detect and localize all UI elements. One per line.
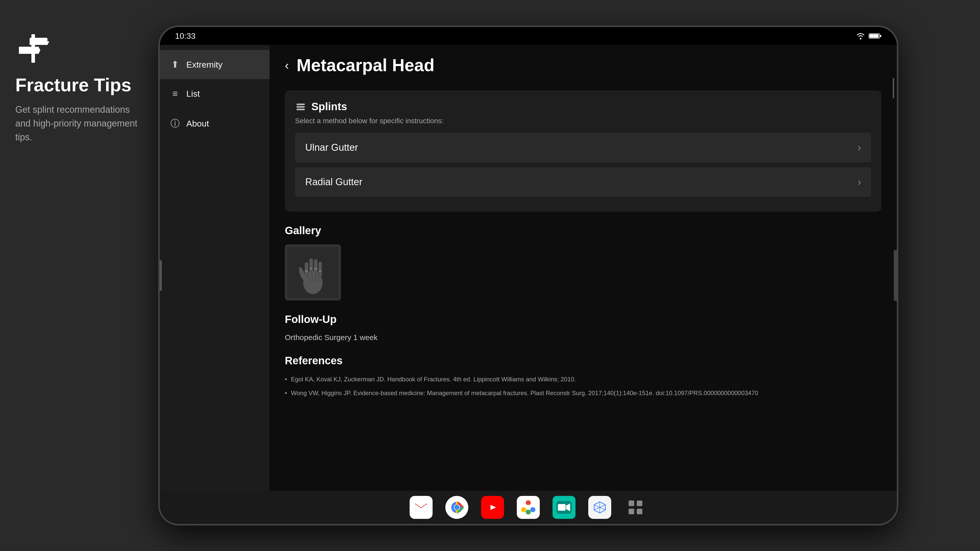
app-description: Get splint recommendations and high-prio… xyxy=(15,103,143,144)
svg-rect-17 xyxy=(318,262,322,276)
wifi-icon xyxy=(856,32,865,40)
sidebar-label-extremity: Extremity xyxy=(186,60,223,70)
sidebar-label-about: About xyxy=(186,119,209,129)
main-content: ‹ Metacarpal Head Splints xyxy=(269,45,897,491)
scroll-indicator xyxy=(893,78,894,98)
sidebar: ⬆ Extremity ≡ List ⓘ About xyxy=(160,45,269,491)
svg-rect-7 xyxy=(870,34,879,38)
splints-subtitle: Select a method below for specific instr… xyxy=(295,117,871,125)
svg-marker-2 xyxy=(30,41,49,45)
svg-point-21 xyxy=(314,268,317,270)
svg-point-36 xyxy=(526,510,531,514)
chevron-right-icon: › xyxy=(858,142,861,153)
gmail-app-icon[interactable] xyxy=(410,496,433,519)
branding-panel: Fracture Tips Get splint recommendations… xyxy=(0,0,158,165)
radial-gutter-label: Radial Gutter xyxy=(305,176,363,187)
svg-marker-4 xyxy=(19,47,40,54)
svg-line-25 xyxy=(315,270,316,283)
content-body: Splints Select a method below for specif… xyxy=(269,85,897,424)
ulnar-gutter-label: Ulnar Gutter xyxy=(305,142,358,153)
reference-item-1: Egol KA, Koval KJ, Zuckerman JD. Handboo… xyxy=(285,375,881,384)
back-button[interactable]: ‹ xyxy=(285,58,289,72)
gallery-section: Gallery xyxy=(285,224,881,300)
list-icon: ≡ xyxy=(170,88,180,99)
info-icon: ⓘ xyxy=(170,118,180,130)
meet-app-icon[interactable] xyxy=(552,496,576,519)
references-title: References xyxy=(285,354,881,367)
app-logo-icon xyxy=(15,30,51,66)
youtube-app-icon[interactable] xyxy=(481,496,504,519)
svg-rect-11 xyxy=(297,109,305,110)
svg-point-37 xyxy=(521,507,526,512)
status-time: 10:33 xyxy=(175,32,196,41)
more-apps-icon[interactable] xyxy=(624,496,647,519)
svg-point-19 xyxy=(305,270,308,272)
references-section: References Egol KA, Koval KJ, Zuckerman … xyxy=(285,354,881,398)
hand-xray-image xyxy=(287,247,339,298)
svg-rect-49 xyxy=(637,500,642,506)
sidebar-item-about[interactable]: ⓘ About xyxy=(160,108,269,139)
splints-title: Splints xyxy=(311,100,347,113)
svg-rect-10 xyxy=(297,106,305,108)
photos-app-icon[interactable] xyxy=(517,496,540,519)
sidebar-label-list: List xyxy=(186,89,200,99)
followup-title: Follow-Up xyxy=(285,313,881,326)
gallery-image[interactable] xyxy=(285,245,341,300)
splint-icon xyxy=(295,101,306,112)
svg-rect-50 xyxy=(628,509,634,514)
sidebar-item-list[interactable]: ≡ List xyxy=(160,79,269,108)
sidebar-item-extremity[interactable]: ⬆ Extremity xyxy=(160,50,269,79)
tablet-frame: 10:33 ⬆ Extremity ≡ xyxy=(158,25,898,526)
svg-point-5 xyxy=(860,38,861,40)
ar-app-icon[interactable] xyxy=(588,496,611,519)
bottom-bar xyxy=(160,491,897,524)
svg-rect-8 xyxy=(880,35,881,37)
status-icons xyxy=(856,32,881,40)
volume-button xyxy=(160,260,162,291)
svg-rect-51 xyxy=(637,509,642,514)
extremity-icon: ⬆ xyxy=(170,59,180,70)
svg-rect-9 xyxy=(297,103,305,105)
power-button xyxy=(894,250,897,301)
svg-point-35 xyxy=(526,500,531,505)
followup-section: Follow-Up Orthopedic Surgery 1 week xyxy=(285,313,881,342)
app-area: ⬆ Extremity ≡ List ⓘ About ‹ Metacarpal … xyxy=(160,45,897,491)
status-bar: 10:33 xyxy=(160,27,897,45)
svg-point-38 xyxy=(530,507,535,512)
svg-point-39 xyxy=(526,505,531,510)
svg-rect-41 xyxy=(558,504,566,511)
svg-point-31 xyxy=(454,505,460,510)
app-title: Fracture Tips xyxy=(15,75,143,95)
chrome-app-icon[interactable] xyxy=(445,496,468,519)
chevron-right-icon-2: › xyxy=(858,176,861,188)
svg-rect-48 xyxy=(628,500,634,506)
page-header: ‹ Metacarpal Head xyxy=(269,45,897,85)
ulnar-gutter-option[interactable]: Ulnar Gutter › xyxy=(295,133,871,162)
svg-point-20 xyxy=(310,267,313,269)
splints-header: Splints xyxy=(295,100,871,113)
gallery-title: Gallery xyxy=(285,224,881,237)
splints-card: Splints Select a method below for specif… xyxy=(285,90,881,212)
battery-icon xyxy=(869,32,881,40)
svg-point-22 xyxy=(319,270,321,272)
radial-gutter-option[interactable]: Radial Gutter › xyxy=(295,167,871,197)
followup-text: Orthopedic Surgery 1 week xyxy=(285,333,881,342)
page-title: Metacarpal Head xyxy=(297,55,434,75)
reference-item-2: Wong VW, Higgins JP. Evidence-based medi… xyxy=(285,388,881,398)
